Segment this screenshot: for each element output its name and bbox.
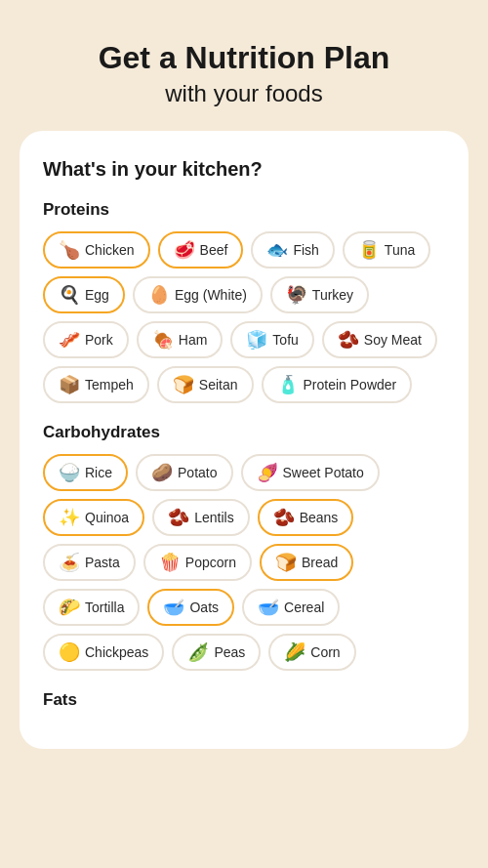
chip-label-5: Egg (White) [175, 287, 247, 303]
chip-beans[interactable]: 🫘Beans [258, 499, 354, 536]
chip-label-11: Tempeh [85, 377, 134, 393]
chip-emoji-0: 🍚 [59, 464, 80, 481]
chip-label-5: Beans [300, 510, 339, 525]
chip-emoji-14: 🌽 [284, 643, 305, 661]
chip-emoji-7: 🍿 [159, 554, 181, 571]
chip-protein-powder[interactable]: 🧴Protein Powder [262, 366, 413, 403]
chip-potato[interactable]: 🥔Potato [136, 454, 232, 491]
chip-emoji-4: 🫘 [168, 509, 189, 526]
chip-label-14: Corn [310, 644, 340, 660]
chip-bread[interactable]: 🍞Bread [260, 544, 353, 581]
chip-sweet-potato[interactable]: 🍠Sweet Potato [241, 454, 380, 491]
chip-label-3: Quinoa [85, 510, 129, 525]
chip-label-7: Popcorn [185, 555, 236, 570]
chip-label-6: Pasta [85, 555, 120, 570]
chip-label-2: Sweet Potato [283, 465, 364, 480]
chip-label-10: Oats [189, 599, 219, 615]
chip-turkey[interactable]: 🦃Turkey [270, 276, 369, 313]
section-title-fats: Fats [43, 690, 445, 710]
chip-beef[interactable]: 🥩Beef [158, 231, 244, 269]
chip-label-8: Bread [302, 555, 338, 570]
section-title-proteins: Proteins [43, 200, 445, 220]
chip-emoji-1: 🥩 [174, 241, 195, 259]
chip-emoji-7: 🥓 [59, 331, 80, 349]
chip-emoji-12: 🍞 [173, 376, 194, 393]
chip-emoji-11: 📦 [59, 376, 80, 393]
chip-label-10: Soy Meat [364, 332, 422, 348]
chip-label-1: Potato [178, 465, 217, 480]
chips-group-carbohydrates: 🍚Rice🥔Potato🍠Sweet Potato✨Quinoa🫘Lentils… [43, 454, 445, 671]
chip-tempeh[interactable]: 📦Tempeh [43, 366, 149, 403]
chip-emoji-5: 🫘 [273, 509, 295, 526]
chip-emoji-12: 🟡 [59, 643, 80, 661]
chip-emoji-10: 🫘 [338, 331, 359, 349]
chip-emoji-11: 🥣 [258, 599, 279, 616]
chip-label-0: Chicken [85, 242, 135, 258]
chip-emoji-10: 🥣 [163, 599, 184, 616]
chip-tortilla[interactable]: 🌮Tortilla [43, 589, 140, 626]
chip-fish[interactable]: 🐟Fish [251, 231, 334, 269]
chip-soy-meat[interactable]: 🫘Soy Meat [322, 321, 437, 358]
chip-tuna[interactable]: 🥫Tuna [343, 231, 430, 269]
chip-emoji-4: 🍳 [59, 286, 80, 304]
chip-egg-white[interactable]: 🥚Egg (White) [133, 276, 263, 313]
chip-cereal[interactable]: 🥣Cereal [242, 589, 340, 626]
card-question: What's in your kitchen? [43, 158, 445, 181]
chip-emoji-3: ✨ [59, 509, 80, 526]
chip-emoji-3: 🥫 [358, 241, 380, 259]
chip-label-6: Turkey [312, 287, 353, 303]
chip-emoji-6: 🍝 [59, 554, 80, 571]
chip-label-8: Ham [179, 332, 208, 348]
chip-label-4: Egg [85, 287, 109, 303]
section-proteins: Proteins🍗Chicken🥩Beef🐟Fish🥫Tuna🍳Egg🥚Egg … [43, 200, 445, 403]
chip-ham[interactable]: 🍖Ham [137, 321, 224, 358]
chip-emoji-13: 🫛 [187, 643, 209, 661]
chip-lentils[interactable]: 🫘Lentils [152, 499, 249, 536]
chip-label-12: Chickpeas [85, 644, 148, 660]
chip-label-3: Tuna [385, 242, 415, 258]
section-carbohydrates: Carbohydrates🍚Rice🥔Potato🍠Sweet Potato✨Q… [43, 423, 445, 671]
chip-emoji-0: 🍗 [59, 241, 80, 259]
chip-egg[interactable]: 🍳Egg [43, 276, 125, 313]
chip-chicken[interactable]: 🍗Chicken [43, 231, 150, 269]
header-title: Get a Nutrition Plan [99, 39, 390, 76]
chip-label-9: Tofu [272, 332, 298, 348]
chip-emoji-2: 🍠 [257, 464, 278, 481]
chip-label-13: Peas [214, 644, 245, 660]
chip-label-13: Protein Powder [304, 377, 397, 393]
chip-label-1: Beef [200, 242, 228, 258]
chip-emoji-8: 🍖 [152, 331, 174, 349]
chip-emoji-9: 🌮 [59, 599, 80, 616]
chip-popcorn[interactable]: 🍿Popcorn [143, 544, 252, 581]
chip-corn[interactable]: 🌽Corn [268, 634, 355, 671]
chip-emoji-6: 🦃 [286, 286, 307, 304]
chip-pasta[interactable]: 🍝Pasta [43, 544, 136, 581]
chip-pork[interactable]: 🥓Pork [43, 321, 129, 358]
section-title-carbohydrates: Carbohydrates [43, 423, 445, 442]
chip-chickpeas[interactable]: 🟡Chickpeas [43, 634, 164, 671]
chip-label-2: Fish [293, 242, 318, 258]
chip-emoji-13: 🧴 [277, 376, 299, 393]
chips-group-proteins: 🍗Chicken🥩Beef🐟Fish🥫Tuna🍳Egg🥚Egg (White)🦃… [43, 231, 445, 403]
chip-tofu[interactable]: 🧊Tofu [230, 321, 313, 358]
chip-emoji-5: 🥚 [148, 286, 170, 304]
chip-emoji-9: 🧊 [246, 331, 267, 349]
section-fats: Fats [43, 690, 445, 710]
chip-label-12: Seitan [199, 377, 238, 393]
chip-label-7: Pork [85, 332, 113, 348]
chip-emoji-8: 🍞 [275, 554, 297, 571]
chip-rice[interactable]: 🍚Rice [43, 454, 128, 491]
chip-label-4: Lentils [194, 510, 233, 525]
chip-label-11: Cereal [284, 599, 324, 615]
chip-quinoa[interactable]: ✨Quinoa [43, 499, 144, 536]
main-card: What's in your kitchen? Proteins🍗Chicken… [20, 131, 468, 749]
chip-peas[interactable]: 🫛Peas [172, 634, 261, 671]
chip-label-9: Tortilla [85, 599, 124, 615]
chip-emoji-2: 🐟 [266, 241, 288, 259]
chip-emoji-1: 🥔 [151, 464, 173, 481]
header-subtitle: with your foods [99, 80, 390, 107]
chip-label-0: Rice [85, 465, 112, 480]
chip-oats[interactable]: 🥣Oats [147, 589, 234, 626]
page-header: Get a Nutrition Plan with your foods [99, 39, 390, 107]
chip-seitan[interactable]: 🍞Seitan [157, 366, 254, 403]
